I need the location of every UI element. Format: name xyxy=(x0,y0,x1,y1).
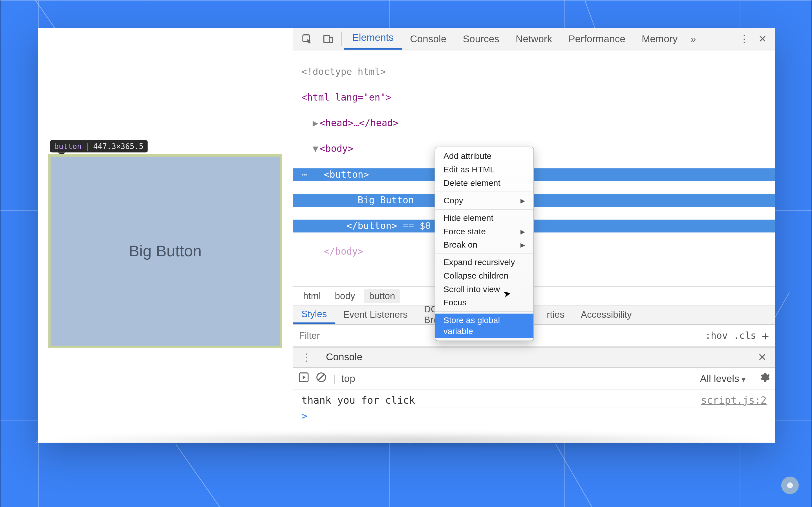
new-style-rule-icon[interactable]: + xyxy=(762,328,769,342)
ctx-expand-recursively[interactable]: Expand recursively xyxy=(435,256,534,269)
ctx-store-as-global-variable[interactable]: Store as global variable xyxy=(435,314,534,338)
console-levels[interactable]: All levels▼ xyxy=(700,373,747,385)
console-play-icon[interactable] xyxy=(298,372,309,386)
tab-event-listeners[interactable]: Event Listeners xyxy=(335,305,416,324)
ctx-scroll-into-view[interactable]: Scroll into view xyxy=(435,283,534,296)
chrome-logo-icon xyxy=(781,476,799,494)
crumb-button[interactable]: button xyxy=(364,289,401,303)
page-pane: button | 447.3×365.5 Big Button xyxy=(38,28,293,443)
cls-toggle[interactable]: .cls xyxy=(733,330,756,341)
svg-rect-2 xyxy=(329,37,333,42)
close-icon[interactable]: ✕ xyxy=(754,28,771,50)
console-log-line: thank you for click script.js:2 xyxy=(298,392,770,408)
context-menu[interactable]: Add attribute Edit as HTML Delete elemen… xyxy=(435,147,534,341)
ctx-copy[interactable]: Copy xyxy=(435,194,534,208)
big-button[interactable]: Big Button xyxy=(48,154,282,348)
svg-rect-1 xyxy=(324,35,329,42)
ctx-force-state[interactable]: Force state xyxy=(435,225,534,238)
kebab-icon[interactable]: ⋮ xyxy=(734,28,754,50)
console-clear-icon[interactable] xyxy=(315,372,327,386)
tab-accessibility[interactable]: Accessibility xyxy=(573,305,640,324)
log-source-link[interactable]: script.js:2 xyxy=(701,394,767,406)
ctx-delete-element[interactable]: Delete element xyxy=(435,176,534,190)
tab-styles[interactable]: Styles xyxy=(293,305,335,324)
browser-with-devtools: button | 447.3×365.5 Big Button xyxy=(38,28,775,443)
ctx-hide-element[interactable]: Hide element xyxy=(435,212,534,225)
device-mode-icon[interactable] xyxy=(318,28,339,50)
drawer-close-icon[interactable]: ✕ xyxy=(755,351,770,364)
big-button-label: Big Button xyxy=(129,242,202,260)
tooltip-dimensions: 447.3×365.5 xyxy=(93,142,144,151)
drawer-kebab-icon[interactable]: ⋮ xyxy=(298,351,315,364)
console-drawer-header: ⋮ Console ✕ xyxy=(293,347,775,368)
crumb-body[interactable]: body xyxy=(329,289,360,303)
ctx-focus[interactable]: Focus xyxy=(435,296,534,309)
ctx-break-on[interactable]: Break on xyxy=(435,238,534,252)
tab-memory[interactable]: Memory xyxy=(633,28,686,50)
tab-sources[interactable]: Sources xyxy=(455,28,507,50)
tab-performance[interactable]: Performance xyxy=(560,28,633,50)
tooltip-tag: button xyxy=(54,142,82,151)
ctx-add-attribute[interactable]: Add attribute xyxy=(435,150,534,163)
console-context[interactable]: top xyxy=(342,373,355,385)
console-settings-icon[interactable] xyxy=(758,372,770,386)
ctx-edit-as-html[interactable]: Edit as HTML xyxy=(435,163,534,177)
tabs-overflow-icon[interactable]: » xyxy=(686,28,701,50)
log-message: thank you for click xyxy=(301,394,415,406)
styles-filter-input[interactable] xyxy=(299,330,416,341)
tab-properties[interactable]: rties xyxy=(539,305,573,324)
inspect-icon[interactable] xyxy=(297,28,318,50)
tab-network[interactable]: Network xyxy=(507,28,560,50)
svg-line-5 xyxy=(318,374,324,380)
hov-toggle[interactable]: :hov xyxy=(705,330,728,341)
devtools-top-tabs: Elements Console Sources Network Perform… xyxy=(293,28,775,50)
tab-console[interactable]: Console xyxy=(402,28,455,50)
console-prompt[interactable]: > xyxy=(298,408,770,424)
element-hover-tooltip: button | 447.3×365.5 xyxy=(50,140,148,153)
ctx-collapse-children[interactable]: Collapse children xyxy=(435,269,534,283)
drawer-tab-console[interactable]: Console xyxy=(321,351,367,363)
tab-elements[interactable]: Elements xyxy=(344,28,402,50)
console-toolbar: | top All levels▼ xyxy=(293,368,775,390)
crumb-html[interactable]: html xyxy=(298,289,326,303)
